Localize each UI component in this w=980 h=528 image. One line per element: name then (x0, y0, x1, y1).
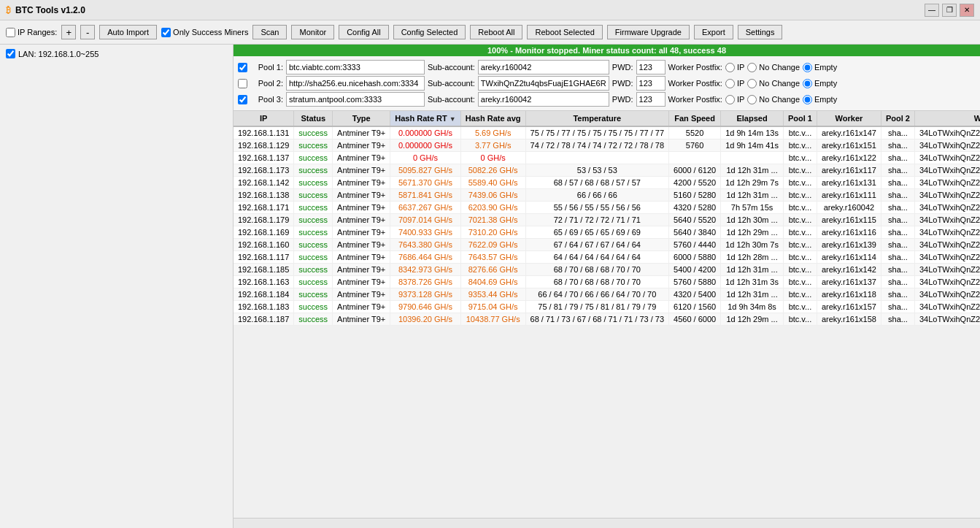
scan-button[interactable]: Scan (252, 25, 287, 39)
table-row[interactable]: 192.168.1.173 success Antminer T9+ 5095.… (234, 164, 980, 177)
table-row[interactable]: 192.168.1.179 success Antminer T9+ 7097.… (234, 214, 980, 226)
pool3-subaccount-input[interactable] (478, 92, 609, 107)
config-selected-button[interactable]: Config Selected (393, 25, 466, 39)
reboot-all-button[interactable]: Reboot All (470, 25, 522, 39)
pool2-worker-postfix-label: Worker Postfix: (668, 79, 722, 88)
cell-hashrt: 6637.267 GH/s (390, 202, 461, 214)
pool2-url-input[interactable] (286, 76, 425, 91)
cell-temp (525, 152, 668, 164)
firmware-upgrade-button[interactable]: Firmware Upgrade (607, 25, 690, 39)
pool2-radio-empty[interactable]: Empty (803, 79, 837, 88)
horizontal-scrollbar[interactable] (234, 518, 980, 528)
table-row[interactable]: 192.168.1.117 success Antminer T9+ 7686.… (234, 251, 980, 264)
add-ip-button[interactable]: + (61, 25, 76, 39)
pool1-subaccount-input[interactable] (478, 60, 609, 74)
cell-worker1: areky.r161x139 (817, 239, 881, 251)
cell-temp: 68 / 57 / 68 / 68 / 57 / 57 (525, 177, 668, 189)
cell-worker2: 34LoTWxihQnZ2tu4qbsFuajE1GHAE6RD19.r16-4… (914, 288, 980, 301)
pool3-pwd-label: PWD: (612, 95, 633, 104)
col-fan[interactable]: Fan Speed (669, 111, 721, 126)
pool2-subaccount-input[interactable] (478, 76, 609, 91)
cell-status: success (294, 251, 333, 264)
cell-pool1: btc.v... (783, 164, 817, 177)
col-ip[interactable]: IP (234, 111, 294, 126)
pool1-worker-postfix-label: Worker Postfix: (668, 63, 722, 72)
pool1-radio-nochange[interactable]: No Change (747, 63, 800, 72)
cell-fan: 5760 / 5880 (669, 276, 721, 288)
maximize-button[interactable]: ❐ (942, 4, 957, 17)
miners-table-container[interactable]: IP Status Type Hash Rate RT ▼ Hash Rate … (234, 111, 980, 518)
cell-pool2: sha... (881, 214, 914, 226)
remove-ip-button[interactable]: - (80, 25, 95, 39)
config-all-button[interactable]: Config All (339, 25, 388, 39)
pool2-radio-ip[interactable]: IP (725, 79, 744, 88)
table-row[interactable]: 192.168.1.138 success Antminer T9+ 5871.… (234, 189, 980, 202)
pool3-radio-empty[interactable]: Empty (803, 95, 837, 104)
cell-elapsed: 7h 57m 15s (721, 202, 784, 214)
export-button[interactable]: Export (694, 25, 733, 39)
col-type[interactable]: Type (333, 111, 390, 126)
col-hashavg[interactable]: Hash Rate avg (460, 111, 525, 126)
col-status[interactable]: Status (294, 111, 333, 126)
pool2-checkbox[interactable] (238, 79, 247, 88)
col-pool1[interactable]: Pool 1 (783, 111, 817, 126)
table-row[interactable]: 192.168.1.160 success Antminer T9+ 7643.… (234, 239, 980, 251)
pool1-url-input[interactable] (286, 60, 425, 74)
minimize-button[interactable]: — (925, 4, 939, 17)
table-row[interactable]: 192.168.1.131 success Antminer T9+ 0.000… (234, 126, 980, 139)
close-button[interactable]: ✕ (960, 4, 974, 17)
ip-ranges-checkbox[interactable]: IP Ranges: (6, 28, 57, 37)
pool1-radio-empty[interactable]: Empty (803, 63, 837, 72)
cell-temp: 72 / 71 / 72 / 72 / 71 / 71 (525, 214, 668, 226)
cell-status: success (294, 189, 333, 202)
table-row[interactable]: 192.168.1.169 success Antminer T9+ 7400.… (234, 226, 980, 239)
pool2-label: Pool 2: (250, 79, 283, 88)
col-hashrt[interactable]: Hash Rate RT ▼ (390, 111, 461, 126)
pool3-pwd-input[interactable] (636, 92, 665, 107)
settings-button[interactable]: Settings (738, 25, 783, 39)
cell-status: success (294, 288, 333, 301)
pool2-radio-nochange[interactable]: No Change (747, 79, 800, 88)
pool1-checkbox[interactable] (238, 63, 247, 72)
pool2-pwd-input[interactable] (636, 76, 665, 91)
cell-fan (669, 152, 721, 164)
cell-type: Antminer T9+ (333, 202, 390, 214)
cell-pool1: btc.v... (783, 152, 817, 164)
cell-type: Antminer T9+ (333, 288, 390, 301)
only-success-checkbox[interactable]: Only Success Miners (161, 28, 248, 37)
col-elapsed[interactable]: Elapsed (721, 111, 784, 126)
table-row[interactable]: 192.168.1.171 success Antminer T9+ 6637.… (234, 202, 980, 214)
col-worker2[interactable]: Worker (914, 111, 980, 126)
pool1-pwd-input[interactable] (636, 60, 665, 74)
cell-temp: 75 / 75 / 77 / 75 / 75 / 75 / 75 / 77 / … (525, 126, 668, 139)
cell-pool2: sha... (881, 152, 914, 164)
pool1-radio-ip[interactable]: IP (725, 63, 744, 72)
cell-worker2: 34LoTWxihQnZ2tu4qbsFuajE1GHAE6RD19.r16-3… (914, 226, 980, 239)
table-row[interactable]: 192.168.1.163 success Antminer T9+ 8378.… (234, 276, 980, 288)
table-row[interactable]: 192.168.1.142 success Antminer T9+ 5671.… (234, 177, 980, 189)
table-row[interactable]: 192.168.1.129 success Antminer T9+ 0.000… (234, 139, 980, 152)
reboot-selected-button[interactable]: Reboot Selected (527, 25, 602, 39)
auto-import-button[interactable]: Auto Import (99, 25, 157, 39)
pool3-url-input[interactable] (286, 92, 425, 107)
cell-pool1: btc.v... (783, 313, 817, 326)
col-temp[interactable]: Temperature (525, 111, 668, 126)
only-success-check-input[interactable] (161, 28, 171, 37)
table-row[interactable]: 192.168.1.185 success Antminer T9+ 8342.… (234, 264, 980, 276)
col-worker1[interactable]: Worker (817, 111, 881, 126)
pool3-radio-nochange[interactable]: No Change (747, 95, 800, 104)
monitor-button[interactable]: Monitor (291, 25, 334, 39)
table-row[interactable]: 192.168.1.184 success Antminer T9+ 9373.… (234, 288, 980, 301)
cell-worker2: 34LoTWxihQnZ2tu4qbsFuajE1GHAE6RD19.r16-2… (914, 139, 980, 152)
pool3-subaccount-label: Sub-account: (428, 95, 475, 104)
pool3-radio-ip[interactable]: IP (725, 95, 744, 104)
ip-ranges-check-input[interactable] (6, 28, 15, 37)
col-pool2[interactable]: Pool 2 (881, 111, 914, 126)
pool3-checkbox[interactable] (238, 95, 247, 104)
ip-item-checkbox[interactable] (6, 49, 15, 58)
cell-pool1: btc.v... (783, 214, 817, 226)
table-row[interactable]: 192.168.1.183 success Antminer T9+ 9790.… (234, 301, 980, 313)
table-row[interactable]: 192.168.1.187 success Antminer T9+ 10396… (234, 313, 980, 326)
ip-range-label: LAN: 192.168.1.0~255 (18, 50, 99, 58)
table-row[interactable]: 192.168.1.137 success Antminer T9+ 0 GH/… (234, 152, 980, 164)
